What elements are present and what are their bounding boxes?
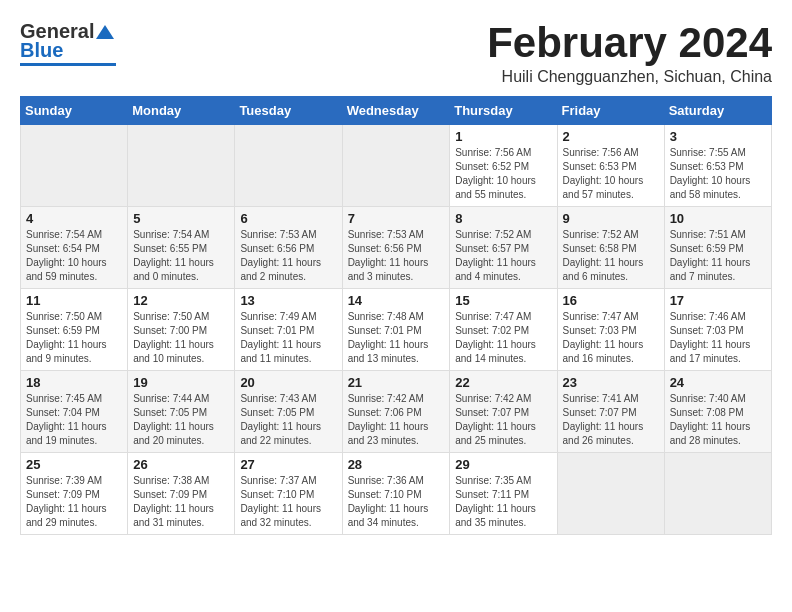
day-info: Sunrise: 7:45 AM Sunset: 7:04 PM Dayligh…: [26, 392, 122, 448]
logo-underline: [20, 63, 116, 66]
calendar-cell: 10Sunrise: 7:51 AM Sunset: 6:59 PM Dayli…: [664, 207, 771, 289]
day-number: 4: [26, 211, 122, 226]
location-subtitle: Huili Chengguanzhen, Sichuan, China: [487, 68, 772, 86]
weekday-header-wednesday: Wednesday: [342, 97, 450, 125]
weekday-header-thursday: Thursday: [450, 97, 557, 125]
calendar-table: SundayMondayTuesdayWednesdayThursdayFrid…: [20, 96, 772, 535]
day-number: 11: [26, 293, 122, 308]
day-number: 9: [563, 211, 659, 226]
logo: General Blue: [20, 20, 116, 66]
calendar-cell: 27Sunrise: 7:37 AM Sunset: 7:10 PM Dayli…: [235, 453, 342, 535]
day-info: Sunrise: 7:56 AM Sunset: 6:53 PM Dayligh…: [563, 146, 659, 202]
day-number: 21: [348, 375, 445, 390]
calendar-week-row: 25Sunrise: 7:39 AM Sunset: 7:09 PM Dayli…: [21, 453, 772, 535]
day-info: Sunrise: 7:56 AM Sunset: 6:52 PM Dayligh…: [455, 146, 551, 202]
day-number: 10: [670, 211, 766, 226]
day-info: Sunrise: 7:53 AM Sunset: 6:56 PM Dayligh…: [240, 228, 336, 284]
calendar-cell: 7Sunrise: 7:53 AM Sunset: 6:56 PM Daylig…: [342, 207, 450, 289]
day-number: 20: [240, 375, 336, 390]
day-number: 7: [348, 211, 445, 226]
day-info: Sunrise: 7:46 AM Sunset: 7:03 PM Dayligh…: [670, 310, 766, 366]
day-info: Sunrise: 7:39 AM Sunset: 7:09 PM Dayligh…: [26, 474, 122, 530]
calendar-cell: 25Sunrise: 7:39 AM Sunset: 7:09 PM Dayli…: [21, 453, 128, 535]
calendar-cell: 28Sunrise: 7:36 AM Sunset: 7:10 PM Dayli…: [342, 453, 450, 535]
calendar-cell: 1Sunrise: 7:56 AM Sunset: 6:52 PM Daylig…: [450, 125, 557, 207]
calendar-cell: 24Sunrise: 7:40 AM Sunset: 7:08 PM Dayli…: [664, 371, 771, 453]
calendar-cell: 21Sunrise: 7:42 AM Sunset: 7:06 PM Dayli…: [342, 371, 450, 453]
calendar-cell: [664, 453, 771, 535]
day-number: 27: [240, 457, 336, 472]
calendar-cell: 12Sunrise: 7:50 AM Sunset: 7:00 PM Dayli…: [128, 289, 235, 371]
day-number: 28: [348, 457, 445, 472]
day-info: Sunrise: 7:50 AM Sunset: 7:00 PM Dayligh…: [133, 310, 229, 366]
day-info: Sunrise: 7:55 AM Sunset: 6:53 PM Dayligh…: [670, 146, 766, 202]
calendar-cell: 14Sunrise: 7:48 AM Sunset: 7:01 PM Dayli…: [342, 289, 450, 371]
calendar-cell: [342, 125, 450, 207]
day-info: Sunrise: 7:43 AM Sunset: 7:05 PM Dayligh…: [240, 392, 336, 448]
day-info: Sunrise: 7:41 AM Sunset: 7:07 PM Dayligh…: [563, 392, 659, 448]
calendar-cell: 19Sunrise: 7:44 AM Sunset: 7:05 PM Dayli…: [128, 371, 235, 453]
weekday-header-sunday: Sunday: [21, 97, 128, 125]
day-info: Sunrise: 7:49 AM Sunset: 7:01 PM Dayligh…: [240, 310, 336, 366]
day-number: 19: [133, 375, 229, 390]
weekday-header-saturday: Saturday: [664, 97, 771, 125]
day-info: Sunrise: 7:51 AM Sunset: 6:59 PM Dayligh…: [670, 228, 766, 284]
calendar-cell: 11Sunrise: 7:50 AM Sunset: 6:59 PM Dayli…: [21, 289, 128, 371]
calendar-cell: 22Sunrise: 7:42 AM Sunset: 7:07 PM Dayli…: [450, 371, 557, 453]
calendar-cell: 16Sunrise: 7:47 AM Sunset: 7:03 PM Dayli…: [557, 289, 664, 371]
calendar-cell: 23Sunrise: 7:41 AM Sunset: 7:07 PM Dayli…: [557, 371, 664, 453]
day-info: Sunrise: 7:42 AM Sunset: 7:06 PM Dayligh…: [348, 392, 445, 448]
day-info: Sunrise: 7:50 AM Sunset: 6:59 PM Dayligh…: [26, 310, 122, 366]
page-header: General Blue February 2024 Huili Chenggu…: [20, 20, 772, 86]
calendar-cell: [128, 125, 235, 207]
calendar-cell: 3Sunrise: 7:55 AM Sunset: 6:53 PM Daylig…: [664, 125, 771, 207]
day-info: Sunrise: 7:37 AM Sunset: 7:10 PM Dayligh…: [240, 474, 336, 530]
logo-blue-text: Blue: [20, 39, 63, 62]
day-info: Sunrise: 7:42 AM Sunset: 7:07 PM Dayligh…: [455, 392, 551, 448]
title-section: February 2024 Huili Chengguanzhen, Sichu…: [487, 20, 772, 86]
calendar-cell: 20Sunrise: 7:43 AM Sunset: 7:05 PM Dayli…: [235, 371, 342, 453]
day-info: Sunrise: 7:38 AM Sunset: 7:09 PM Dayligh…: [133, 474, 229, 530]
calendar-week-row: 4Sunrise: 7:54 AM Sunset: 6:54 PM Daylig…: [21, 207, 772, 289]
day-info: Sunrise: 7:44 AM Sunset: 7:05 PM Dayligh…: [133, 392, 229, 448]
day-number: 24: [670, 375, 766, 390]
day-info: Sunrise: 7:35 AM Sunset: 7:11 PM Dayligh…: [455, 474, 551, 530]
month-year-title: February 2024: [487, 20, 772, 66]
calendar-cell: 15Sunrise: 7:47 AM Sunset: 7:02 PM Dayli…: [450, 289, 557, 371]
day-number: 2: [563, 129, 659, 144]
calendar-week-row: 18Sunrise: 7:45 AM Sunset: 7:04 PM Dayli…: [21, 371, 772, 453]
calendar-cell: 18Sunrise: 7:45 AM Sunset: 7:04 PM Dayli…: [21, 371, 128, 453]
calendar-header-row: SundayMondayTuesdayWednesdayThursdayFrid…: [21, 97, 772, 125]
day-number: 25: [26, 457, 122, 472]
day-info: Sunrise: 7:52 AM Sunset: 6:58 PM Dayligh…: [563, 228, 659, 284]
day-number: 5: [133, 211, 229, 226]
calendar-cell: 26Sunrise: 7:38 AM Sunset: 7:09 PM Dayli…: [128, 453, 235, 535]
calendar-cell: 4Sunrise: 7:54 AM Sunset: 6:54 PM Daylig…: [21, 207, 128, 289]
weekday-header-tuesday: Tuesday: [235, 97, 342, 125]
day-info: Sunrise: 7:52 AM Sunset: 6:57 PM Dayligh…: [455, 228, 551, 284]
svg-marker-0: [96, 25, 114, 39]
day-number: 8: [455, 211, 551, 226]
day-number: 6: [240, 211, 336, 226]
day-info: Sunrise: 7:53 AM Sunset: 6:56 PM Dayligh…: [348, 228, 445, 284]
day-number: 14: [348, 293, 445, 308]
weekday-header-monday: Monday: [128, 97, 235, 125]
day-number: 12: [133, 293, 229, 308]
day-number: 17: [670, 293, 766, 308]
day-info: Sunrise: 7:47 AM Sunset: 7:03 PM Dayligh…: [563, 310, 659, 366]
day-number: 18: [26, 375, 122, 390]
calendar-cell: 8Sunrise: 7:52 AM Sunset: 6:57 PM Daylig…: [450, 207, 557, 289]
day-number: 16: [563, 293, 659, 308]
calendar-week-row: 11Sunrise: 7:50 AM Sunset: 6:59 PM Dayli…: [21, 289, 772, 371]
day-info: Sunrise: 7:54 AM Sunset: 6:55 PM Dayligh…: [133, 228, 229, 284]
day-info: Sunrise: 7:47 AM Sunset: 7:02 PM Dayligh…: [455, 310, 551, 366]
day-number: 22: [455, 375, 551, 390]
day-info: Sunrise: 7:54 AM Sunset: 6:54 PM Dayligh…: [26, 228, 122, 284]
calendar-cell: 5Sunrise: 7:54 AM Sunset: 6:55 PM Daylig…: [128, 207, 235, 289]
calendar-cell: [235, 125, 342, 207]
calendar-cell: [21, 125, 128, 207]
day-number: 15: [455, 293, 551, 308]
calendar-cell: 17Sunrise: 7:46 AM Sunset: 7:03 PM Dayli…: [664, 289, 771, 371]
day-number: 23: [563, 375, 659, 390]
calendar-cell: 13Sunrise: 7:49 AM Sunset: 7:01 PM Dayli…: [235, 289, 342, 371]
